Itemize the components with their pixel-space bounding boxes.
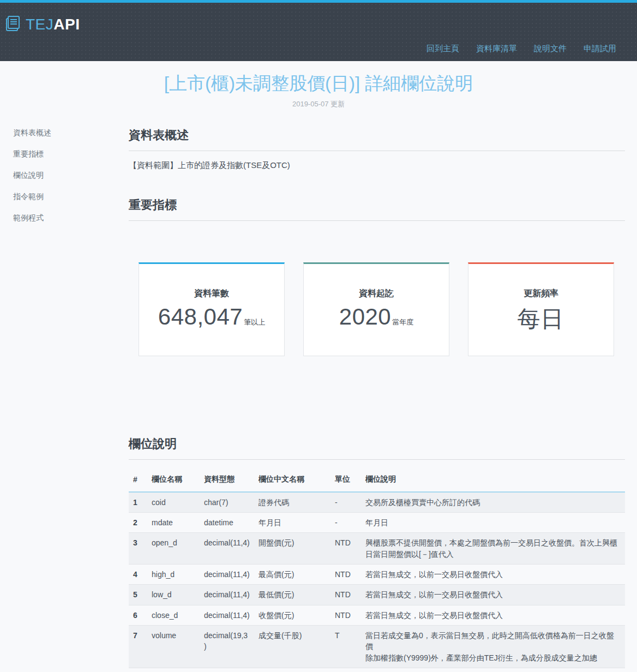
table-cell: volume	[147, 625, 200, 668]
table-row: 1coidchar(7)證券代碼-交易所及櫃檯買賣中心所訂的代碼	[129, 492, 625, 513]
table-cell: 6	[129, 605, 147, 625]
table-cell: decimal(11,4)	[200, 605, 254, 625]
table-cell: 若當日無成交，以前一交易日收盤價代入	[361, 565, 625, 585]
section-metrics: 重要指標 資料筆數 648,047筆以上 資料起訖 2020當年度 更新頻率 每…	[129, 197, 625, 356]
overview-heading: 資料表概述	[129, 127, 625, 151]
sidebar-item-sample-code[interactable]: 範例程式	[13, 213, 129, 223]
main-nav: 回到主頁 資料庫清單 說明文件 申請試用	[426, 44, 616, 54]
nav-link-apply-trial[interactable]: 申請試用	[584, 44, 616, 54]
table-row: 5low_ddecimal(11,4)最低價(元)NTD若當日無成交，以前一交易…	[129, 585, 625, 605]
table-cell: 1	[129, 492, 147, 513]
metric-card-value: 2020	[339, 304, 391, 329]
table-cell: decimal(19,3)	[200, 625, 254, 668]
table-cell: 興櫃股票不提供開盤價，本處之開盤價為前一交易日之收盤價。首次上興櫃日當日開盤價以…	[361, 533, 625, 565]
table-cell: 若當日無成交，以前一交易日收盤價代入	[361, 605, 625, 625]
nav-link-home[interactable]: 回到主頁	[426, 44, 459, 54]
metric-card-record-count: 資料筆數 648,047筆以上	[139, 262, 285, 356]
section-overview: 資料表概述 【資料範圍】上市的證券及指數(TSE及OTC)	[129, 127, 625, 171]
column-header: 單位	[330, 469, 361, 492]
table-row: 7volumedecimal(19,3)成交量(千股)T當日若成交量為0，表示當…	[129, 625, 625, 668]
brand-text: TEJAPI	[26, 16, 80, 33]
table-cell: 年月日	[361, 513, 625, 533]
table-cell: high_d	[147, 565, 200, 585]
table-cell: 證券代碼	[254, 492, 330, 513]
document-stack-icon	[4, 15, 21, 34]
metric-cards: 資料筆數 648,047筆以上 資料起訖 2020當年度 更新頻率 每日	[129, 262, 625, 356]
table-cell: 2	[129, 513, 147, 533]
table-cell: 若當日無成交，以前一交易日收盤價代入	[361, 585, 625, 605]
table-cell: 收盤價(元)	[254, 605, 330, 625]
metric-card-title: 資料筆數	[139, 288, 284, 299]
sidebar-item-metrics[interactable]: 重要指標	[13, 149, 129, 159]
main-content: 資料表概述 【資料範圍】上市的證券及指數(TSE及OTC) 重要指標 資料筆數 …	[129, 127, 625, 672]
column-header: 資料型態	[200, 469, 254, 492]
table-cell: low_d	[147, 585, 200, 605]
table-cell: NTD,T	[330, 668, 361, 672]
table-cell: coid	[147, 492, 200, 513]
metric-card-suffix: 當年度	[392, 318, 413, 326]
brand-tej: TEJ	[26, 16, 53, 33]
table-cell: decimal(19,3)	[200, 668, 254, 672]
table-cell: 最高價(元)	[254, 565, 330, 585]
section-fields: 欄位說明 #欄位名稱資料型態欄位中文名稱單位欄位說明 1coidchar(7)證…	[129, 436, 625, 672]
table-cell: 年月日	[254, 513, 330, 533]
table-row: 8amountdecimal(19,3)成交值(千元)NTD,T未無考慮公眾流通…	[129, 668, 625, 672]
fields-table-header: #欄位名稱資料型態欄位中文名稱單位欄位說明	[129, 469, 625, 492]
table-cell: NTD	[330, 533, 361, 565]
table-cell: 7	[129, 625, 147, 668]
table-cell: 開盤價(元)	[254, 533, 330, 565]
nav-link-database-list[interactable]: 資料庫清單	[476, 44, 517, 54]
metric-card-title: 更新頻率	[468, 288, 614, 299]
table-cell: 5	[129, 585, 147, 605]
table-cell: 未無考慮公眾流通量(free float)；除加權指數(Y9999)外，產業部分…	[361, 668, 625, 672]
table-cell: T	[330, 625, 361, 668]
table-cell: -	[330, 492, 361, 513]
table-cell: NTD	[330, 585, 361, 605]
app-header: TEJAPI 回到主頁 資料庫清單 說明文件 申請試用	[0, 3, 637, 61]
table-cell: 成交值(千元)	[254, 668, 330, 672]
table-cell: NTD	[330, 565, 361, 585]
fields-table: #欄位名稱資料型態欄位中文名稱單位欄位說明 1coidchar(7)證券代碼-交…	[129, 469, 625, 672]
table-cell: 8	[129, 668, 147, 672]
column-header: 欄位說明	[361, 469, 625, 492]
table-cell: -	[330, 513, 361, 533]
table-row: 6close_ddecimal(11,4)收盤價(元)NTD若當日無成交，以前一…	[129, 605, 625, 625]
sidebar-item-fields[interactable]: 欄位說明	[13, 171, 129, 181]
table-cell: decimal(11,4)	[200, 565, 254, 585]
table-cell: open_d	[147, 533, 200, 565]
page-title-block: [上市(櫃)未調整股價(日)] 詳細欄位說明 2019-05-07 更新	[0, 72, 637, 109]
nav-link-docs[interactable]: 說明文件	[534, 44, 567, 54]
table-cell: 3	[129, 533, 147, 565]
table-cell: char(7)	[200, 492, 254, 513]
table-cell: 交易所及櫃檯買賣中心所訂的代碼	[361, 492, 625, 513]
table-cell: 4	[129, 565, 147, 585]
brand-logo[interactable]: TEJAPI	[4, 15, 80, 34]
page-title: [上市(櫃)未調整股價(日)] 詳細欄位說明	[0, 72, 637, 95]
sidebar: 資料表概述 重要指標 欄位說明 指令範例 範例程式	[0, 127, 129, 235]
metric-card-value: 每日	[518, 306, 564, 332]
table-cell: decimal(11,4)	[200, 533, 254, 565]
table-cell: decimal(11,4)	[200, 585, 254, 605]
sidebar-item-command-examples[interactable]: 指令範例	[13, 192, 129, 202]
sidebar-item-overview[interactable]: 資料表概述	[13, 128, 129, 138]
metric-card-update-frequency: 更新頻率 每日	[468, 262, 614, 356]
metrics-heading: 重要指標	[129, 197, 625, 221]
table-row: 2mdatedatetime年月日-年月日	[129, 513, 625, 533]
data-scope-text: 【資料範圍】上市的證券及指數(TSE及OTC)	[129, 160, 625, 171]
table-cell: 當日若成交量為0，表示當日無交易，此時之開高低收價格為前一日之收盤價 除加權指數…	[361, 625, 625, 668]
page-updated-date: 2019-05-07 更新	[0, 99, 637, 109]
table-cell: 成交量(千股)	[254, 625, 330, 668]
table-cell: 最低價(元)	[254, 585, 330, 605]
table-cell: close_d	[147, 605, 200, 625]
column-header: 欄位名稱	[147, 469, 200, 492]
metric-card-date-range: 資料起訖 2020當年度	[303, 262, 449, 356]
metric-card-title: 資料起訖	[304, 288, 449, 299]
table-row: 4high_ddecimal(11,4)最高價(元)NTD若當日無成交，以前一交…	[129, 565, 625, 585]
table-cell: datetime	[200, 513, 254, 533]
metric-card-suffix: 筆以上	[244, 318, 265, 326]
metric-card-value: 648,047	[158, 304, 243, 329]
brand-api: API	[53, 16, 80, 33]
fields-heading: 欄位說明	[129, 436, 625, 460]
column-header: #	[129, 469, 147, 492]
table-row: 3open_ddecimal(11,4)開盤價(元)NTD興櫃股票不提供開盤價，…	[129, 533, 625, 565]
